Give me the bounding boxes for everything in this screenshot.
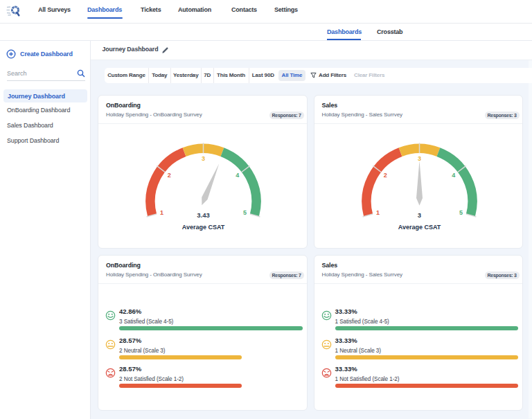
svg-text:1: 1 xyxy=(160,209,163,216)
svg-text:4: 4 xyxy=(452,172,455,179)
svg-text:5: 5 xyxy=(459,209,462,216)
svg-text:3: 3 xyxy=(417,211,420,219)
svg-text:2: 2 xyxy=(168,172,171,179)
svg-text:1: 1 xyxy=(376,209,380,216)
svg-text:Average CSAT: Average CSAT xyxy=(182,224,225,231)
svg-text:3.43: 3.43 xyxy=(197,211,210,219)
svg-text:3: 3 xyxy=(202,155,205,162)
svg-text:2: 2 xyxy=(383,172,387,179)
svg-text:4: 4 xyxy=(236,172,239,179)
svg-text:Average CSAT: Average CSAT xyxy=(398,224,441,231)
svg-text:5: 5 xyxy=(243,209,247,216)
